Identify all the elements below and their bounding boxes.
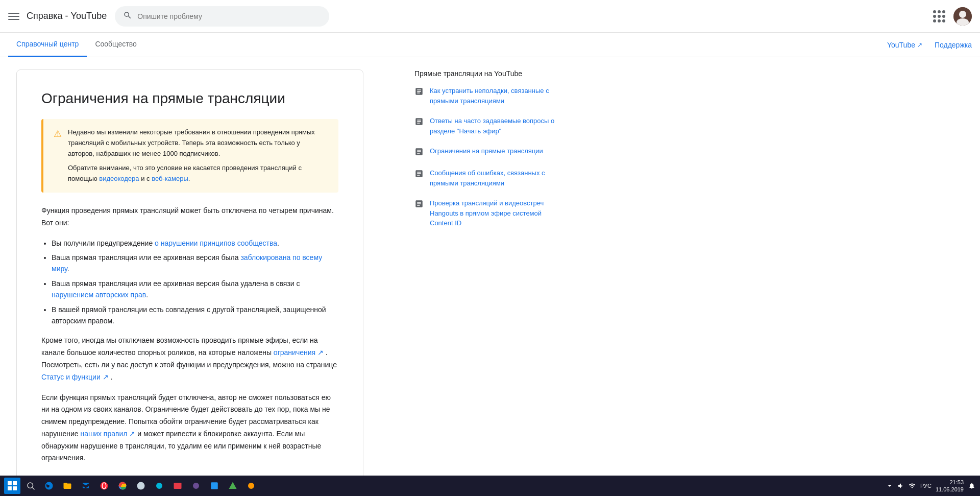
svg-point-7 [28,483,33,488]
search-box[interactable] [115,6,329,27]
article-icon-2 [414,147,424,158]
taskbar-lang: РУС [920,483,932,489]
avatar[interactable] [953,7,972,26]
blocked-worldwide-link[interactable]: заблокирована по всему миру [52,253,322,273]
svg-point-14 [156,483,162,489]
svg-marker-18 [229,482,237,489]
svg-line-8 [32,487,34,489]
svg-rect-15 [174,483,182,489]
taskbar-app1[interactable] [151,478,167,494]
article-reasons-list: Вы получили предупреждение о нарушении п… [52,238,338,327]
article-para1: Кроме того, иногда мы отключаем возможно… [41,335,338,383]
restrictions-link[interactable]: ограничения ↗ [274,348,324,357]
sidebar-title: Прямые трансляции на YouTube [414,69,555,78]
taskbar-search[interactable] [22,478,39,494]
list-item: В вашей прямой трансляции есть совпадени… [52,304,338,327]
tab-community[interactable]: Сообщество [87,33,144,57]
svg-rect-17 [211,482,218,489]
list-item: Вы получили предупреждение о нарушении п… [52,238,338,249]
sidebar-item-4[interactable]: Проверка трансляций и видеовстреч Hangou… [414,198,555,228]
taskbar-edge[interactable] [41,478,57,494]
videoencoder-link[interactable]: видеокодера [99,175,139,182]
copyright-violation-link[interactable]: нарушением авторских прав [52,291,146,299]
svg-rect-3 [8,481,12,485]
webcam-link[interactable]: веб-камеры [152,175,188,182]
list-item: Ваша прямая трансляция или ее архивная в… [52,252,338,275]
taskbar-app6[interactable] [243,478,259,494]
content-area: Ограничения на прямые трансляции ⚠ Недав… [0,57,398,476]
warning-box: ⚠ Недавно мы изменили некоторые требован… [41,119,338,193]
main-content: Ограничения на прямые трансляции ⚠ Недав… [0,57,980,476]
svg-rect-4 [13,481,17,485]
svg-point-13 [137,482,145,490]
clock-time: 21:53 [949,479,964,486]
external-link-icon: ↗ [917,41,922,49]
warning-icon: ⚠ [54,128,62,139]
sidebar-item-2[interactable]: Ограничения на прямые трансляции [414,146,555,158]
search-input[interactable] [137,12,321,20]
taskbar-chrome[interactable] [114,478,131,494]
sidebar-item-0[interactable]: Как устранить неполадки, связанные с пря… [414,86,555,106]
article-icon-0 [414,87,424,98]
header-right [933,7,972,26]
article-intro: Функция проведения прямых трансляций мож… [41,205,338,229]
svg-point-16 [193,483,199,489]
taskbar-right: РУС 21:53 11.06.2019 [886,479,976,493]
svg-rect-6 [13,486,17,490]
system-tray [886,482,916,490]
svg-rect-5 [8,486,12,490]
header: Справка - YouTube [0,0,980,33]
tray-chevron[interactable] [886,482,894,490]
article-icon-1 [414,117,424,128]
article-icon-3 [414,169,424,180]
taskbar-app5[interactable] [225,478,241,494]
sidebar: Прямые трансляции на YouTube Как устрани… [398,57,572,476]
taskbar-steam[interactable] [133,478,149,494]
taskbar-clock[interactable]: 21:53 11.06.2019 [936,479,964,493]
support-link[interactable]: Поддержка [935,41,972,49]
article-card: Ограничения на прямые трансляции ⚠ Недав… [16,69,363,476]
sidebar-item-label-0: Как устранить неполадки, связанные с пря… [430,86,555,106]
taskbar-app2[interactable] [169,478,186,494]
sidebar-item-label-3: Сообщения об ошибках, связанных с прямым… [430,168,555,188]
warning-text: Недавно мы изменили некоторые требования… [68,127,328,184]
notification-icon[interactable] [968,482,976,490]
volume-icon[interactable] [897,482,905,490]
status-features-link[interactable]: Статус и функции ↗ [41,373,109,381]
start-button[interactable] [4,478,20,494]
list-item: Ваша прямая трансляция или ее архивная в… [52,278,338,301]
sidebar-item-3[interactable]: Сообщения об ошибках, связанных с прямым… [414,168,555,188]
community-principles-link[interactable]: о нарушении принципов сообщества [155,239,277,247]
article-title: Ограничения на прямые трансляции [41,90,338,107]
taskbar-app3[interactable] [188,478,204,494]
page-title: Справка - YouTube [27,11,107,21]
article-para2: Если функция прямых трансляций будет отк… [41,392,338,465]
search-icon [123,11,132,21]
sidebar-item-1[interactable]: Ответы на часто задаваемые вопросы о раз… [414,116,555,136]
our-rules-link[interactable]: наших правил ↗ [80,430,135,438]
sidebar-item-label-4: Проверка трансляций и видеовстреч Hangou… [430,198,555,228]
nav-right: YouTube ↗ Поддержка [887,41,972,49]
nav-tabs: Справочный центр Сообщество YouTube ↗ По… [0,33,980,57]
network-icon[interactable] [908,482,916,490]
taskbar-store[interactable] [78,478,94,494]
article-icon-4 [414,199,424,210]
sidebar-item-label-2: Ограничения на прямые трансляции [430,146,543,156]
taskbar-app4[interactable] [206,478,223,494]
tab-help-center[interactable]: Справочный центр [8,33,87,57]
taskbar-opera[interactable] [96,478,112,494]
youtube-external-link[interactable]: YouTube ↗ [887,41,922,49]
sidebar-item-label-1: Ответы на часто задаваемые вопросы о раз… [430,116,555,136]
header-left: Справка - YouTube [8,11,107,21]
svg-point-19 [248,483,254,489]
taskbar: РУС 21:53 11.06.2019 [0,476,980,496]
taskbar-explorer[interactable] [59,478,76,494]
svg-point-1 [959,11,966,18]
menu-icon[interactable] [8,13,20,20]
clock-date: 11.06.2019 [936,486,964,493]
apps-icon[interactable] [933,10,945,22]
